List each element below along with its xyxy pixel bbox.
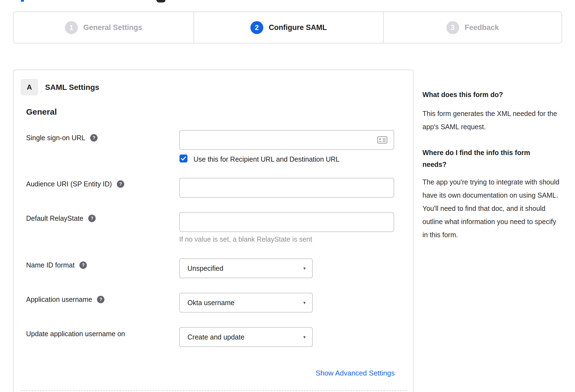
step-2-label: Configure SAML <box>269 23 327 32</box>
update-username-value: Create and update <box>187 333 244 341</box>
step-3-number-badge: 3 <box>446 21 459 34</box>
update-username-select[interactable]: Create and update ▾ <box>179 327 313 347</box>
help-answer-1: This form generates the XML needed for t… <box>422 107 563 133</box>
name-id-format-select[interactable]: Unspecified ▾ <box>179 258 313 278</box>
audience-uri-input[interactable] <box>179 178 394 198</box>
app-username-help-icon[interactable]: ? <box>97 296 104 303</box>
update-username-label-text: Update application username on <box>26 330 125 338</box>
sso-url-label-text: Single sign-on URL <box>26 134 85 142</box>
general-section-heading: General <box>26 107 57 117</box>
panel-title: SAML Settings <box>45 83 99 92</box>
checkmark-icon <box>181 156 186 161</box>
contact-card-icon[interactable] <box>377 136 388 145</box>
relay-state-hint: If no value is set, a blank RelayState i… <box>179 235 312 243</box>
relay-state-label: Default RelayState ? <box>26 214 96 222</box>
recipient-url-checkbox[interactable] <box>179 154 187 162</box>
help-question-1: What does this form do? <box>422 91 563 99</box>
step-1-label: General Settings <box>83 23 142 32</box>
app-username-label-text: Application username <box>26 296 92 303</box>
audience-uri-label-text: Audience URI (SP Entity ID) <box>26 180 112 188</box>
step-general-settings[interactable]: 1 General Settings <box>13 12 193 43</box>
relay-state-input-wrap <box>179 212 394 232</box>
step-3-label: Feedback <box>465 23 499 32</box>
chevron-down-icon: ▾ <box>303 300 306 306</box>
sso-url-input-wrap <box>179 130 394 150</box>
cutoff-dark-button <box>156 0 165 2</box>
relay-state-help-icon[interactable]: ? <box>88 215 96 222</box>
name-id-format-help-icon[interactable]: ? <box>79 261 87 269</box>
wizard-stepper: 1 General Settings 2 Configure SAML 3 Fe… <box>13 12 562 43</box>
audience-uri-label: Audience URI (SP Entity ID) ? <box>26 180 124 188</box>
audience-uri-input-wrap <box>179 178 394 198</box>
help-answer-2: The app you're trying to integrate with … <box>422 175 563 241</box>
audience-uri-help-icon[interactable]: ? <box>117 180 124 188</box>
app-username-value: Okta username <box>187 299 234 307</box>
step-1-number-badge: 1 <box>65 21 78 34</box>
name-id-format-value: Unspecified <box>187 264 223 272</box>
show-advanced-settings-link[interactable]: Show Advanced Settings <box>307 369 395 377</box>
relay-state-label-text: Default RelayState <box>26 214 83 222</box>
sso-url-label: Single sign-on URL ? <box>26 134 98 142</box>
chevron-down-icon: ▾ <box>303 334 306 340</box>
sso-url-input[interactable] <box>179 130 394 150</box>
cutoff-tab-underline <box>21 0 24 2</box>
section-divider <box>21 390 407 391</box>
step-2-number-badge: 2 <box>250 21 263 34</box>
name-id-format-label: Name ID format ? <box>26 261 87 269</box>
app-username-select[interactable]: Okta username ▾ <box>179 293 313 313</box>
step-feedback[interactable]: 3 Feedback <box>383 12 562 43</box>
configure-saml-page: 1 General Settings 2 Configure SAML 3 Fe… <box>0 0 575 392</box>
recipient-url-checkbox-label[interactable]: Use this for Recipient URL and Destinati… <box>193 155 339 163</box>
section-a-badge: A <box>21 79 38 95</box>
help-question-2: Where do I find the info this form needs… <box>422 147 551 170</box>
relay-state-input[interactable] <box>179 212 394 232</box>
sso-url-help-icon[interactable]: ? <box>90 134 98 142</box>
name-id-format-label-text: Name ID format <box>26 261 74 269</box>
step-configure-saml[interactable]: 2 Configure SAML <box>193 12 383 43</box>
update-username-label: Update application username on <box>26 330 125 338</box>
chevron-down-icon: ▾ <box>303 266 306 271</box>
app-username-label: Application username ? <box>26 296 104 303</box>
